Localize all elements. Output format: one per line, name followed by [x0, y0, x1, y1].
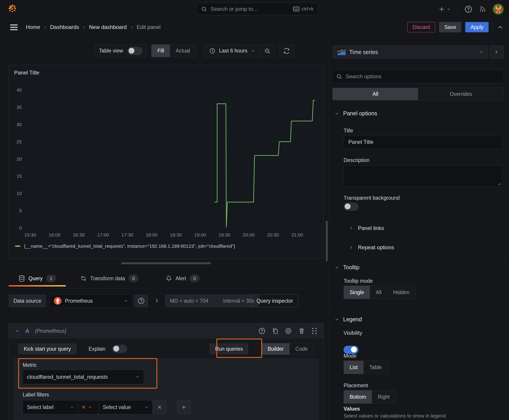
help-icon[interactable] — [464, 5, 472, 13]
metric-dropdown[interactable]: cloudflared_tunnel_total_requests — [23, 370, 144, 384]
visualization-picker[interactable]: Time series — [332, 45, 488, 59]
chart-panel: Panel Title 051015202530354015:3016:0016… — [8, 65, 324, 259]
builder-option[interactable]: Builder — [262, 343, 289, 354]
zoom-out-button[interactable] — [260, 48, 274, 54]
discard-button[interactable]: Discard — [407, 22, 435, 32]
expand-options-chevron-right-icon[interactable] — [154, 298, 160, 304]
kick-start-query-button[interactable]: Kick start your query — [19, 344, 76, 354]
legend-values-help: Select values or calculations to show in… — [344, 413, 446, 419]
tooltip-all-option[interactable]: All — [370, 286, 387, 299]
tooltip-single-option[interactable]: Single — [344, 286, 370, 299]
time-series-chart[interactable]: 051015202530354015:3016:0016:3017:0017:3… — [9, 84, 324, 241]
tab-transform-count: 0 — [129, 275, 138, 282]
placement-bottom-option[interactable]: Bottom — [344, 390, 372, 403]
tooltip-hidden-option[interactable]: Hidden — [387, 286, 415, 299]
description-textarea[interactable] — [344, 165, 502, 187]
apply-button[interactable]: Apply — [465, 22, 489, 32]
user-avatar[interactable] — [493, 4, 504, 15]
chevron-down-icon[interactable] — [15, 329, 20, 333]
news-rss-icon[interactable] — [479, 6, 486, 13]
remove-label-filter-button[interactable] — [153, 400, 167, 414]
panel-resize-handle[interactable] — [121, 262, 211, 264]
chart-legend[interactable]: {__name__="cloudflared_tunnel_total_requ… — [15, 243, 235, 249]
query-inspector-button[interactable]: Query inspector — [251, 294, 298, 307]
query-help-icon[interactable] — [258, 328, 265, 334]
description-label: Description — [344, 157, 369, 163]
code-option[interactable]: Code — [289, 343, 313, 354]
label-filter-label-select[interactable]: Select label — [23, 400, 78, 414]
all-overrides-segmented: All Overrides — [332, 88, 504, 100]
repeat-options-row[interactable]: Repeat options — [349, 244, 394, 251]
actual-option[interactable]: Actual — [170, 45, 196, 57]
duplicate-query-icon[interactable] — [272, 328, 278, 334]
svg-text:19:00: 19:00 — [194, 232, 206, 237]
label-filter-operator-select[interactable]: = — [78, 400, 99, 414]
datasource-picker[interactable]: Prometheus — [49, 294, 132, 307]
table-view-toggle[interactable] — [128, 47, 142, 55]
breadcrumb-dashboards[interactable]: Dashboards — [50, 24, 79, 30]
svg-text:10: 10 — [17, 191, 22, 196]
chevron-down-icon — [145, 405, 148, 409]
new-menu-button[interactable] — [438, 6, 451, 13]
placement-right-option[interactable]: Right — [372, 390, 396, 403]
main-scrollbar[interactable] — [326, 221, 328, 261]
svg-text:35: 35 — [17, 105, 22, 110]
label-filter-value-select[interactable]: Select value — [99, 400, 153, 414]
query-row-header[interactable]: A (Prometheus) — [9, 323, 324, 338]
panel-title-input[interactable] — [344, 135, 502, 149]
add-label-filter-button[interactable] — [177, 400, 190, 414]
transparent-background-toggle[interactable] — [344, 202, 358, 211]
datasource-label-chip: Data source — [8, 294, 46, 307]
panel-links-row[interactable]: Panel links — [349, 225, 384, 231]
chevron-down-icon — [479, 50, 483, 54]
menu-hamburger-icon[interactable] — [10, 24, 18, 30]
time-range-picker[interactable]: Last 6 hours — [204, 48, 260, 54]
panel-title[interactable]: Panel Title — [14, 69, 39, 76]
explain-label: Explain — [89, 346, 106, 352]
fill-option[interactable]: Fill — [152, 45, 170, 57]
delete-query-trash-icon[interactable] — [298, 328, 305, 334]
datasource-help-button[interactable] — [134, 294, 148, 307]
legend-visibility-toggle[interactable] — [344, 346, 358, 354]
grafana-logo-icon[interactable] — [7, 4, 18, 15]
run-queries-button[interactable]: Run queries — [210, 344, 248, 354]
global-search-input[interactable]: ctrl+k — [196, 3, 318, 15]
collapse-sidebar-button[interactable] — [489, 45, 504, 59]
time-range-label: Last 6 hours — [219, 48, 248, 54]
operator-value: = — [82, 404, 85, 410]
query-options-summary[interactable]: MD = auto = 704 Interval = 30s — [165, 294, 259, 307]
tooltip-section-header[interactable]: Tooltip — [335, 264, 359, 270]
legend-section-header[interactable]: Legend — [335, 316, 362, 323]
label-filters-label: Label filters — [23, 392, 49, 398]
tab-transform-data[interactable]: Transform data 0 — [80, 272, 138, 285]
top-nav-bar: ctrl+k — [0, 0, 509, 18]
breadcrumb-home[interactable]: Home — [26, 24, 40, 30]
refresh-button[interactable] — [279, 45, 294, 57]
legend-list-option[interactable]: List — [344, 361, 364, 374]
svg-text:15: 15 — [17, 173, 22, 179]
legend-series-label[interactable]: {__name__="cloudflared_tunnel_total_requ… — [24, 243, 235, 249]
legend-swatch — [15, 246, 20, 247]
tab-overrides[interactable]: Overrides — [418, 88, 504, 100]
drag-handle-grip-icon[interactable] — [311, 328, 317, 334]
tab-query[interactable]: Query 1 — [19, 272, 56, 285]
tooltip-mode-segmented: Single All Hidden — [344, 286, 415, 299]
tab-alert-count: 0 — [190, 275, 199, 282]
collapse-options-chevron-up-icon[interactable] — [497, 24, 504, 30]
global-search-field[interactable] — [210, 6, 290, 12]
toggle-visibility-eye-icon[interactable] — [285, 328, 292, 334]
legend-table-option[interactable]: Table — [364, 361, 387, 374]
save-button[interactable]: Save — [439, 22, 461, 32]
search-icon — [336, 74, 342, 79]
chevron-down-icon — [335, 111, 339, 116]
search-options-field[interactable] — [345, 73, 500, 80]
tab-alert[interactable]: Alert 0 — [166, 272, 199, 285]
datasource-name: Prometheus — [65, 298, 121, 304]
tab-all[interactable]: All — [333, 88, 418, 100]
explain-toggle[interactable] — [112, 345, 127, 353]
panel-options-section-header[interactable]: Panel options — [335, 110, 377, 117]
breadcrumb-bar: Home › Dashboards › New dashboard › Edit… — [0, 18, 509, 36]
tabs-divider — [0, 289, 329, 289]
breadcrumb-new-dashboard[interactable]: New dashboard — [89, 24, 127, 30]
search-options-input[interactable] — [332, 70, 504, 83]
